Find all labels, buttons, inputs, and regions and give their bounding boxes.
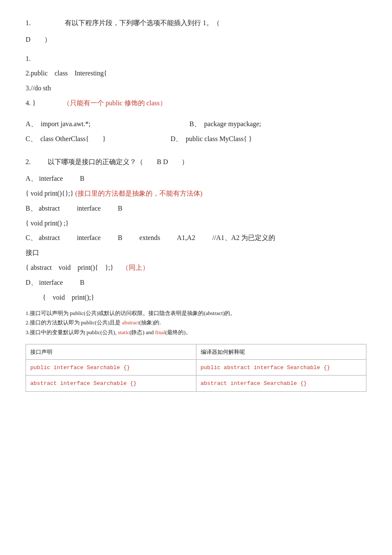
q1-options-cd: C、 class OtherClass{ } D、 public class M…	[26, 133, 366, 145]
q1-answer: D ）	[26, 34, 51, 46]
q2-option-a-kw2: B	[80, 175, 85, 182]
q1-option-a: A、 import java.awt.*;	[26, 118, 90, 130]
table-row1-col2-code: public abstract interface Searchable {}	[201, 364, 330, 371]
q1-option-c-text: class OtherClass{ }	[40, 133, 106, 145]
q1-option-b: B、 package mypackage;	[189, 118, 261, 130]
note-line2-pre: 2.接口的方法默认即为 public(公共)且是	[26, 319, 122, 326]
q1-option-b-label: B、	[189, 118, 201, 130]
note-line3: 3.接口中的变量默认即为 public(公共), static(静态) and …	[26, 328, 366, 337]
table-row1-col1: public interface Searchable {}	[26, 360, 196, 375]
q2-option-c-header: C、 abstract interface B extends A1,A2 //…	[26, 232, 366, 244]
q2-option-c-spaces5	[197, 234, 210, 241]
q2-option-b-spaces2	[102, 205, 116, 212]
q2-option-c-kw4: extends	[139, 234, 160, 241]
note-line2-red: abstract	[122, 319, 139, 326]
q2-option-a-comment: (接口里的方法都是抽象的，不能有方法体)	[75, 190, 202, 197]
q2-option-b-code: { void print() ;}	[26, 217, 366, 230]
q2-option-c-extra-text: 接口	[26, 249, 39, 256]
main-content: 1. 有以下程序片段，下列哪个选项不能插入到行 1。（ D ） 1. 2.pub…	[26, 17, 366, 392]
q1-text: 有以下程序片段，下列哪个选项不能插入到行 1。（	[65, 17, 220, 29]
q2-option-d-code-text: { void print();}	[43, 294, 94, 301]
q2-option-d-spaces	[65, 279, 78, 286]
q2-option-c-label: C、	[26, 234, 37, 241]
q1-option-a-label: A、	[26, 118, 37, 130]
q1-option-c-label: C、	[26, 133, 37, 145]
q2-option-d-kw1: interface	[39, 279, 63, 286]
q2-option-a-label: A、	[26, 175, 37, 182]
q2-option-b-header: B、 abstract interface B	[26, 202, 366, 215]
q2-option-c-spaces4	[162, 234, 176, 241]
q2-option-c-code-text: { abstract void print(){ };}	[26, 264, 120, 271]
q1-option-d-label: D、	[170, 133, 182, 145]
q1-number: 1.	[26, 17, 31, 29]
q2-number: 2.	[26, 156, 31, 168]
q1-option-d: D、 public class MyClass{ }	[170, 133, 252, 145]
q1-spacer-cd	[131, 133, 145, 145]
note-line2-post: (抽象)的.	[139, 319, 161, 326]
q2-option-b-kw3: B	[118, 205, 122, 212]
question-1: 1. 有以下程序片段，下列哪个选项不能插入到行 1。（ D ） 1. 2.pub…	[26, 17, 366, 145]
note-line3-mid: (静态) and	[130, 329, 155, 335]
q2-option-c-spaces3	[124, 234, 138, 241]
q2-option-c-extra: 接口	[26, 247, 366, 259]
q1-option-b-text: package mypackage;	[204, 118, 261, 130]
q2-option-d-kw2: B	[80, 279, 85, 286]
note-line3-red2: final	[155, 329, 165, 335]
q1-line4: 4. } （只能有一个 public 修饰的 class）	[26, 99, 167, 107]
note-line3-red: static	[118, 329, 130, 335]
question-2: 2. 以下哪项是接口的正确定义？（ B D ） A、 interface B {…	[26, 156, 366, 304]
note-line1: 1.接口可以声明为 public(公共)或默认的访问权限。接口隐含表明是抽象的(…	[26, 309, 366, 318]
q2-option-a-spaces1	[65, 175, 78, 182]
q2-option-a-header: A、 interface B	[26, 173, 366, 185]
q2-option-a-code: { void print(){};} (接口里的方法都是抽象的，不能有方法体)	[26, 188, 366, 200]
q2-option-c-kw1: abstract	[39, 234, 60, 241]
q2-option-b-code-text: { void print() ;}	[26, 220, 69, 227]
q2-option-c-comment: //A1、A2 为已定义的	[212, 234, 275, 241]
note-line3-pre: 3.接口中的变量默认即为 public(公共),	[26, 329, 118, 335]
q2-option-a-code-text: { void print(){};}	[26, 190, 75, 197]
q2-option-c-kw2: interface	[77, 234, 101, 241]
table-header-row: 接口声明 编译器如何解释呢	[26, 344, 366, 360]
interface-table: 接口声明 编译器如何解释呢 public interface Searchabl…	[26, 344, 366, 392]
q2-option-d-code: { void print();}	[26, 292, 366, 304]
table-row1-col1-code: public interface Searchable {}	[30, 364, 130, 371]
q2-option-c-spaces2	[102, 234, 116, 241]
note-line3-post: (最终的)。	[165, 329, 191, 335]
table-row2-col2: abstract interface Searchable {}	[196, 376, 366, 391]
table-row2-col2-code: abstract interface Searchable {}	[201, 380, 307, 387]
q2-option-b-kw2: interface	[77, 205, 101, 212]
q2-option-a-kw1: interface	[39, 175, 63, 182]
q2-option-c-kw5: A1,A2	[177, 234, 195, 241]
q1-line2: 2.public class Interesting{	[26, 69, 107, 77]
table-row2-col1-code: abstract interface Searchable {}	[30, 380, 137, 387]
table-row2-col1: abstract interface Searchable {}	[26, 376, 196, 391]
table-header-col1: 接口声明	[26, 344, 196, 359]
q1-line1: 1.	[26, 55, 31, 62]
q1-option-a-text: import java.awt.*;	[41, 118, 91, 130]
notes-section: 1.接口可以声明为 public(公共)或默认的访问权限。接口隐含表明是抽象的(…	[26, 309, 366, 337]
q1-line3: 3.//do sth	[26, 84, 51, 92]
q2-option-b-spaces	[61, 205, 75, 212]
q2-option-c-code: { abstract void print(){ };} （同上）	[26, 262, 366, 274]
q2-option-d-header: D、 interface B	[26, 277, 366, 289]
table-header-col2: 编译器如何解释呢	[196, 344, 366, 359]
q1-option-c: C、 class OtherClass{ }	[26, 133, 106, 145]
table-row1-col2: public abstract interface Searchable {}	[196, 360, 366, 375]
q2-option-c-code-comment: （同上）	[122, 264, 149, 271]
q2-option-c-spaces	[61, 234, 75, 241]
q2-option-b-label: B、	[26, 205, 37, 212]
table-row-2: abstract interface Searchable {} abstrac…	[26, 376, 366, 391]
note-line2: 2.接口的方法默认即为 public(公共)且是 abstract(抽象)的.	[26, 318, 366, 327]
table-row-1: public interface Searchable {} public ab…	[26, 360, 366, 376]
q2-option-b-kw1: abstract	[39, 205, 60, 212]
q1-line4-comment: （只能有一个 public 修饰的 class）	[63, 99, 167, 107]
q2-option-d-label: D、	[26, 279, 37, 286]
q1-options-ab: A、 import java.awt.*; B、 package mypacka…	[26, 118, 366, 130]
q2-option-c-kw3: B	[118, 234, 122, 241]
q2-header: 2. 以下哪项是接口的正确定义？（ B D ）	[26, 156, 366, 168]
q1-option-d-text: public class MyClass{ }	[186, 133, 252, 145]
q2-text: 以下哪项是接口的正确定义？（ B D ）	[48, 156, 188, 168]
q1-option-a-spacer	[116, 118, 164, 130]
